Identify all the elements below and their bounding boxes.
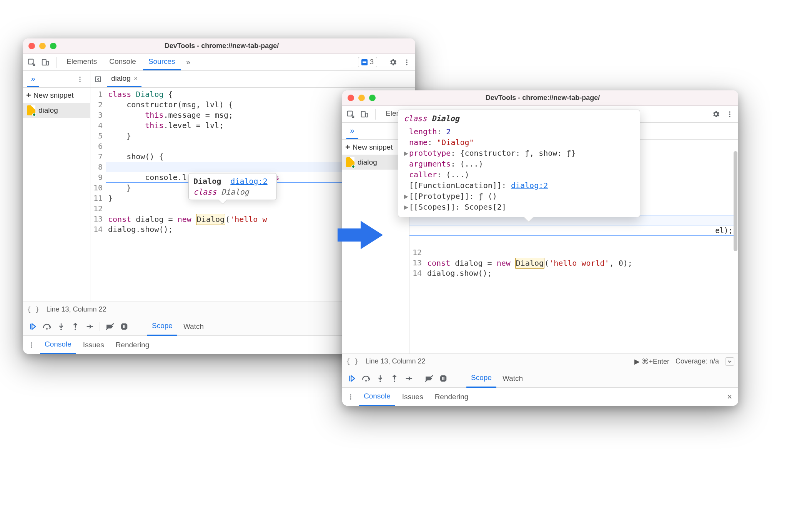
step-icon[interactable]: [83, 320, 96, 333]
svg-point-23: [729, 113, 730, 115]
drawer-tab-rendering[interactable]: Rendering: [430, 388, 473, 406]
drawer-close-icon[interactable]: ×: [723, 392, 736, 402]
device-toolbar-icon[interactable]: [358, 108, 371, 120]
svg-point-16: [31, 342, 32, 343]
svg-point-35: [350, 394, 351, 395]
snippet-file-dialog[interactable]: dialog: [23, 103, 90, 118]
close-window-button[interactable]: [28, 43, 35, 49]
svg-point-11: [60, 328, 62, 330]
step-over-icon[interactable]: [40, 320, 53, 333]
titlebar: DevTools - chrome://new-tab-page/: [23, 38, 415, 54]
expand-prototype[interactable]: ▶prototype: {constructor: ƒ, show: ƒ}: [404, 148, 634, 158]
snippet-file-label: dialog: [358, 158, 377, 167]
svg-point-8: [80, 80, 81, 82]
resume-icon[interactable]: [26, 320, 39, 333]
snippet-file-label: dialog: [38, 106, 58, 115]
minimize-window-button[interactable]: [358, 95, 365, 101]
issues-count: 3: [370, 58, 374, 66]
drawer-kebab-icon[interactable]: [25, 339, 38, 351]
svg-point-5: [406, 64, 407, 65]
close-file-tab-icon[interactable]: ×: [134, 75, 138, 83]
step-icon[interactable]: [402, 372, 415, 385]
tooltip-class-name: Dialog: [193, 177, 221, 186]
pause-on-exceptions-icon[interactable]: [437, 372, 450, 385]
kebab-menu-icon[interactable]: [724, 108, 736, 120]
pretty-print-icon[interactable]: { }: [27, 305, 40, 313]
drawer-tab-rendering[interactable]: Rendering: [111, 336, 154, 354]
pretty-print-icon[interactable]: { }: [346, 357, 359, 365]
new-snippet-label: New snippet: [353, 143, 393, 152]
hovered-token-dialog[interactable]: Dialog: [515, 258, 544, 269]
settings-gear-icon[interactable]: [387, 56, 399, 68]
step-out-icon[interactable]: [388, 372, 401, 385]
cursor-position: Line 13, Column 22: [366, 357, 426, 365]
step-out-icon[interactable]: [69, 320, 82, 333]
navigator-toggle-icon[interactable]: »: [27, 71, 39, 87]
cursor-position: Line 13, Column 22: [47, 305, 106, 313]
issues-badge[interactable]: 3: [358, 57, 377, 67]
debugger-toolbar: Scope Watch: [342, 369, 738, 387]
expand-scopes[interactable]: ▶[[Scopes]]: Scopes[2]: [404, 202, 634, 212]
drawer-tab-console[interactable]: Console: [40, 336, 76, 354]
file-tab-dialog[interactable]: dialog ×: [107, 71, 141, 87]
tooltip-source-link[interactable]: dialog:2: [230, 177, 267, 186]
tab-elements[interactable]: Elements: [61, 54, 102, 70]
svg-rect-14: [123, 325, 124, 328]
tab-sources[interactable]: Sources: [143, 54, 181, 70]
svg-point-32: [411, 378, 413, 379]
tab-console[interactable]: Console: [104, 54, 141, 70]
drawer-tab-console[interactable]: Console: [359, 388, 395, 406]
step-over-icon[interactable]: [359, 372, 373, 385]
drawer-tab-issues[interactable]: Issues: [398, 388, 428, 406]
minimize-window-button[interactable]: [39, 43, 46, 49]
editor-status-bar: { } Line 13, Column 22 ▶ ⌘+Enter Coverag…: [342, 353, 738, 369]
coverage-label: Coverage: n/a: [676, 357, 719, 365]
nav-back-icon[interactable]: [93, 73, 105, 85]
main-toolbar: Elements Console Sources » 3: [23, 54, 415, 71]
traffic-lights: [348, 95, 376, 101]
modified-dot-icon: [32, 113, 36, 117]
drawer-tab-issues[interactable]: Issues: [78, 336, 109, 354]
step-into-icon[interactable]: [55, 320, 68, 333]
hovered-token-dialog[interactable]: Dialog: [196, 214, 225, 225]
svg-point-17: [31, 344, 32, 345]
maximize-window-button[interactable]: [369, 95, 376, 101]
watch-tab[interactable]: Watch: [179, 317, 208, 336]
deactivate-breakpoints-icon[interactable]: [423, 372, 436, 385]
svg-point-13: [92, 326, 93, 327]
editor-scrollbar[interactable]: [734, 151, 737, 251]
svg-point-4: [406, 62, 407, 63]
deactivate-breakpoints-icon[interactable]: [103, 320, 116, 333]
new-snippet-button[interactable]: + New snippet: [23, 88, 90, 103]
more-tabs-icon[interactable]: »: [182, 56, 195, 68]
pause-on-exceptions-icon[interactable]: [118, 320, 131, 333]
close-window-button[interactable]: [348, 95, 354, 101]
svg-rect-2: [47, 61, 49, 65]
code-editor[interactable]: el); 121314 const dialog = new Dialog('h…: [409, 140, 738, 353]
scope-tab[interactable]: Scope: [466, 369, 496, 388]
kebab-menu-icon[interactable]: [401, 56, 413, 68]
drawer-kebab-icon[interactable]: [344, 391, 357, 403]
inspect-element-icon[interactable]: [25, 56, 38, 68]
step-into-icon[interactable]: [374, 372, 387, 385]
scope-tab[interactable]: Scope: [147, 317, 177, 336]
svg-point-36: [350, 396, 351, 397]
inspect-element-icon[interactable]: [344, 108, 357, 120]
object-preview-popover: class Dialog length: 2 name: "Dialog" ▶p…: [398, 110, 640, 217]
line-gutter: 123 456 789 101112 1314: [90, 88, 106, 302]
quick-preview-tooltip: Dialog dialog:2 class Dialog: [188, 173, 277, 200]
navigator-toggle-icon[interactable]: »: [346, 123, 358, 139]
expand-internal-prototype[interactable]: ▶[[Prototype]]: ƒ (): [404, 191, 634, 202]
device-toolbar-icon[interactable]: [39, 56, 52, 68]
navigator-kebab-icon[interactable]: [74, 73, 86, 85]
new-snippet-label: New snippet: [33, 91, 74, 100]
resume-icon[interactable]: [345, 372, 358, 385]
status-dropdown-icon[interactable]: [725, 357, 734, 366]
watch-tab[interactable]: Watch: [498, 369, 527, 388]
svg-rect-21: [366, 113, 368, 117]
settings-gear-icon[interactable]: [710, 108, 722, 120]
svg-point-37: [350, 398, 351, 399]
maximize-window-button[interactable]: [50, 43, 57, 49]
run-snippet-button[interactable]: ▶ ⌘+Enter: [634, 357, 669, 366]
function-location-link[interactable]: dialog:2: [511, 181, 548, 190]
